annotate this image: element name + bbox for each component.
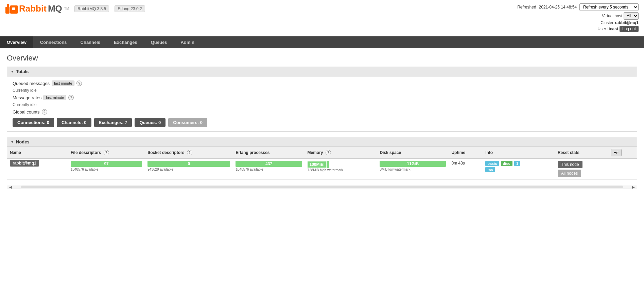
- col-socket-descriptors: Socket descriptors ?: [145, 147, 233, 159]
- refresh-select[interactable]: Refresh every 5 seconds Refresh every 10…: [579, 3, 639, 11]
- uptime-cell: 0m 43s: [449, 159, 483, 179]
- nodes-table-header-row: Name File descriptors ? Socket descripto…: [7, 147, 637, 159]
- global-counts-label: Global counts: [13, 109, 40, 115]
- channels-count-btn[interactable]: Channels: 0: [57, 118, 91, 127]
- memory-help[interactable]: ?: [326, 150, 331, 155]
- nodes-table: Name File descriptors ? Socket descripto…: [7, 147, 637, 179]
- connections-count-btn[interactable]: Connections: 0: [13, 118, 54, 127]
- nodes-triangle-icon: ▼: [11, 140, 14, 144]
- nav-item-connections[interactable]: Connections: [33, 36, 74, 48]
- queues-count-btn[interactable]: Queues: 0: [135, 118, 166, 127]
- refresh-row: Refreshed 2021-04-25 14:48:54 Refresh ev…: [517, 3, 639, 11]
- rabbitmq-version: RabbitMQ 3.8.5: [74, 5, 109, 12]
- currently-idle-1: Currently idle: [13, 88, 37, 93]
- disk-cell: 11GiB 8MiB low watermark: [377, 159, 449, 179]
- nav-item-queues[interactable]: Queues: [144, 36, 174, 48]
- socket-desc-cell: 0 943629 available: [145, 159, 233, 179]
- horizontal-scrollbar[interactable]: ◀ ▶: [7, 185, 637, 189]
- info-cell: basic disc 1 rss: [483, 159, 555, 179]
- logo-area: RabbitMQTM RabbitMQ 3.8.5 Erlang 23.0.2: [5, 3, 145, 14]
- logout-button[interactable]: Log out: [620, 26, 639, 32]
- main: Overview ▼ Totals Queued messages last m…: [0, 48, 644, 197]
- message-rates-help[interactable]: ?: [68, 95, 74, 100]
- nav-item-overview[interactable]: Overview: [0, 36, 33, 48]
- socket-desc-sub: 943629 available: [147, 168, 230, 171]
- vhost-row: Virtual host All: [517, 12, 639, 20]
- counts-row: Connections: 0 Channels: 0 Exchanges: 7 …: [13, 118, 631, 127]
- info-badge-disc[interactable]: disc: [501, 161, 512, 166]
- disk-sub: 8MiB low watermark: [380, 168, 446, 171]
- message-rates-label: Message rates: [13, 95, 41, 100]
- queued-messages-row: Queued messages last minute ?: [13, 81, 631, 86]
- erlang-processes-sub: 1048576 available: [236, 168, 302, 171]
- cluster-label: Cluster: [601, 20, 613, 25]
- logo-tm: TM: [64, 7, 69, 11]
- col-name: Name: [7, 147, 68, 159]
- info-rss-row: rss: [485, 167, 552, 173]
- totals-section-body: Queued messages last minute ? Currently …: [7, 76, 637, 131]
- refreshed-label: Refreshed: [517, 5, 536, 10]
- socket-desc-bar: 0: [147, 161, 230, 167]
- socket-desc-help[interactable]: ?: [187, 150, 192, 155]
- last-minute-badge-2: last minute: [43, 95, 66, 100]
- table-row: rabbit@mq1 97 1048576 available 0 943629…: [7, 159, 637, 179]
- consumers-count-btn[interactable]: Consumers: 0: [168, 118, 207, 127]
- col-uptime: Uptime: [449, 147, 483, 159]
- header-right: Refreshed 2021-04-25 14:48:54 Refresh ev…: [517, 3, 639, 33]
- rabbitmq-logo-icon: [5, 4, 18, 14]
- currently-idle-2: Currently idle: [13, 102, 37, 107]
- nodes-section-header[interactable]: ▼ Nodes: [7, 137, 637, 147]
- svg-rect-3: [12, 7, 15, 10]
- memory-bar-wrapper: 100MiB: [308, 161, 375, 168]
- info-badge-basic[interactable]: basic: [485, 161, 499, 166]
- col-memory: Memory ?: [305, 147, 377, 159]
- nav-item-exchanges[interactable]: Exchanges: [107, 36, 144, 48]
- nodes-section: ▼ Nodes Name File descriptors ? Socket d…: [7, 137, 637, 179]
- file-desc-help[interactable]: ?: [104, 150, 109, 155]
- col-plus-minus: +/-: [608, 147, 637, 159]
- totals-section-label: Totals: [16, 69, 29, 74]
- queued-messages-help[interactable]: ?: [76, 81, 82, 86]
- page-title: Overview: [7, 54, 637, 63]
- info-badges-row: basic disc 1: [485, 161, 552, 167]
- scroll-left-arrow[interactable]: ◀: [7, 185, 14, 189]
- last-minute-badge-1: last minute: [52, 81, 74, 86]
- col-file-descriptors: File descriptors ?: [68, 147, 145, 159]
- vhost-label: Virtual host: [602, 14, 622, 18]
- header: RabbitMQTM RabbitMQ 3.8.5 Erlang 23.0.2 …: [0, 0, 644, 36]
- nav-item-admin[interactable]: Admin: [174, 36, 201, 48]
- info-badge-rss[interactable]: rss: [485, 167, 495, 172]
- user-name: itcast: [608, 27, 618, 31]
- col-reset-stats: Reset stats: [555, 147, 608, 159]
- info-badge-number[interactable]: 1: [514, 161, 520, 166]
- svg-rect-0: [5, 7, 10, 14]
- reset-stats-cell: This node All nodes: [555, 159, 608, 179]
- exchanges-count-btn[interactable]: Exchanges: 7: [94, 118, 132, 127]
- scroll-right-arrow[interactable]: ▶: [630, 185, 637, 189]
- logo-rabbit: Rabbit: [19, 3, 47, 14]
- scrollbar-track: [21, 186, 623, 188]
- memory-sub: 728MiB high watermark: [308, 168, 375, 172]
- col-disk-space: Disk space: [377, 147, 449, 159]
- totals-triangle-icon: ▼: [11, 70, 14, 73]
- user-row: User itcast Log out: [517, 26, 639, 32]
- vhost-select[interactable]: All: [624, 12, 639, 20]
- queued-messages-label: Queued messages: [13, 81, 50, 86]
- totals-section-header[interactable]: ▼ Totals: [7, 67, 637, 76]
- plus-minus-cell: [608, 159, 637, 179]
- reset-this-node-button[interactable]: This node: [558, 161, 582, 168]
- global-counts-help[interactable]: ?: [42, 109, 47, 115]
- plus-minus-button[interactable]: +/-: [611, 149, 622, 156]
- file-desc-cell: 97 1048576 available: [68, 159, 145, 179]
- message-rates-row: Message rates last minute ?: [13, 95, 631, 100]
- nav-item-channels[interactable]: Channels: [74, 36, 107, 48]
- file-desc-bar: 97: [71, 161, 142, 167]
- reset-all-nodes-button[interactable]: All nodes: [558, 170, 581, 177]
- svg-rect-1: [7, 4, 9, 7]
- file-desc-sub: 1048576 available: [71, 168, 142, 171]
- currently-idle-row-1: Currently idle: [13, 88, 631, 93]
- currently-idle-row-2: Currently idle: [13, 102, 631, 107]
- disk-bar: 11GiB: [380, 161, 446, 167]
- cluster-row: Cluster rabbit@mq1: [517, 20, 639, 25]
- col-erlang-processes: Erlang processes: [233, 147, 304, 159]
